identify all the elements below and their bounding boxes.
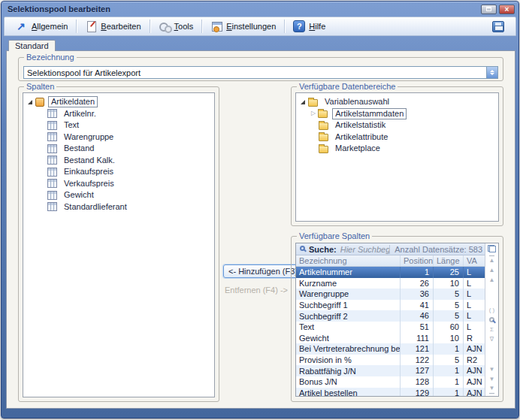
remove-button[interactable]: Entfernen (F4) -> (223, 286, 289, 295)
search-input[interactable]: Hier Suchbegriff einge (340, 245, 390, 254)
move-up-icon[interactable]: ▲ (489, 265, 495, 275)
tree-item-artikelstammdaten[interactable]: ▷Artikelstammdaten (301, 108, 498, 120)
cell-bezeichnung: Kurzname (296, 279, 400, 288)
sum-icon[interactable]: Σ (490, 325, 494, 334)
tree-item-label: Gewicht (62, 190, 96, 200)
table-row[interactable]: Suchbegriff 1415L (296, 300, 485, 311)
tree-item-label: Text (62, 120, 81, 130)
grid-search-bar[interactable]: Suche: Hier Suchbegriff einge Anzahl Dat… (296, 243, 485, 255)
settings-window-icon (210, 20, 222, 32)
tree-item-bestand-kalk-[interactable]: Bestand Kalk. (28, 155, 214, 167)
search-rows-icon[interactable] (489, 317, 494, 322)
toolbar-button-allgemein[interactable]: Allgemein (11, 18, 73, 35)
cell-position: 26 (400, 278, 433, 289)
tree-item-gewicht[interactable]: Gewicht (28, 189, 214, 201)
table-row[interactable]: Bonus J/N1281AJN (296, 376, 485, 388)
cell-va: AJN (463, 388, 485, 396)
tree-item-label: Bestand (62, 144, 96, 153)
strip-groups: ▲▲▲( )Σ∇▼▼▼ (485, 255, 498, 394)
filter-icon[interactable]: ∇ (490, 334, 494, 344)
tree-item-label: Artikelattribute (333, 132, 390, 142)
tab-page: Bezeichnung Selektionspool für Artikelex… (6, 50, 515, 409)
toolbar-button-bearbeiten[interactable]: Bearbeiten (80, 18, 146, 35)
toolbar-button-hilfe[interactable]: Hilfe (288, 18, 331, 35)
cell-position: 129 (400, 388, 433, 396)
table-row[interactable]: Warengruppe365L (296, 289, 485, 300)
title-bar[interactable]: Selektionspool bearbeiten × (2, 2, 518, 17)
tree-item-root[interactable]: Artikeldaten (28, 96, 214, 108)
tree-item-einkaufspreis[interactable]: Einkaufspreis (28, 166, 214, 178)
tree-item-text[interactable]: Text (28, 119, 214, 131)
cell-va: AJN (463, 376, 485, 388)
tree-item-variablenauswahl[interactable]: Variablenauswahl (301, 96, 498, 108)
cell-bezeichnung: Warengruppe (296, 289, 400, 298)
group-datenbereiche: Verfügbare Datenbereiche Variablenauswah… (291, 86, 503, 226)
scroll-top-icon[interactable]: ▲ (489, 255, 495, 265)
cell-laenge: 25 (433, 267, 463, 278)
table-row[interactable]: Artikel bestellen1291AJN (296, 388, 485, 396)
save-button[interactable] (487, 19, 509, 35)
table-row[interactable]: Suchbegriff 2465L (296, 310, 485, 322)
tree-item-label: Bestand Kalk. (62, 156, 117, 165)
cell-laenge: 5 (433, 300, 463, 311)
sort-up-icon[interactable]: ▲ (489, 275, 495, 285)
combobox-spinner-button[interactable] (486, 67, 497, 78)
bezeichnung-combobox-value: Selektionspool für Artikelexport (24, 68, 486, 77)
save-icon (492, 21, 504, 32)
scroll-bottom-icon[interactable]: ▼ (489, 384, 495, 394)
tree-item-verkaufspreis[interactable]: Verkaufspreis (28, 178, 214, 190)
tree-item-artikelattribute[interactable]: Artikelattribute (301, 131, 498, 144)
window-title: Selektionspool bearbeiten (8, 5, 110, 14)
cell-position: 128 (400, 376, 433, 388)
tree-item-standardlieferant[interactable]: Standardlieferant (28, 201, 214, 213)
cell-va: L (463, 289, 485, 300)
restore-button[interactable] (481, 5, 497, 14)
column-header-laenge[interactable]: Länge (433, 255, 463, 266)
cell-bezeichnung: Provision in % (296, 355, 400, 364)
cell-laenge: 60 (433, 322, 463, 333)
toolbar-button-tools[interactable]: Tools (153, 18, 199, 35)
gears-icon (159, 20, 171, 32)
tree-item-artikelstatistik[interactable]: Artikelstatistik (301, 119, 498, 131)
column-header-va[interactable]: VA (463, 255, 485, 266)
column-header-position[interactable]: Position (400, 255, 433, 266)
edit-note-icon (85, 20, 97, 32)
table-row[interactable]: Gewicht11110R (296, 333, 485, 344)
table-row[interactable]: Rabattfähig J/N1271AJN (296, 365, 485, 376)
expanded-marker-icon[interactable] (28, 100, 32, 104)
close-button[interactable]: × (499, 5, 515, 14)
table-row[interactable]: Provision in %1225R2 (296, 355, 485, 366)
tree-item-artikelnr-[interactable]: Artikelnr. (28, 108, 214, 120)
table-row[interactable]: Text5160L (296, 322, 485, 333)
column-header-bezeichnung[interactable]: Bezeichnung (296, 256, 400, 265)
tab-standard[interactable]: Standard (8, 40, 56, 51)
table-row[interactable]: Artikelnummer125L (296, 267, 485, 278)
group-bezeichnung: Bezeichnung Selektionspool für Artikelex… (18, 57, 503, 81)
tree-item-bestand[interactable]: Bestand (28, 143, 214, 155)
expanded-marker-icon[interactable] (301, 100, 305, 104)
column-chooser-icon[interactable] (488, 245, 496, 252)
search-label: Suche: (309, 245, 337, 254)
toolbar-button-einstellungen[interactable]: Einstellungen (205, 18, 281, 35)
column-icon (47, 191, 57, 200)
collapsed-marker-icon[interactable]: ▷ (311, 110, 316, 116)
dialog-window: Selektionspool bearbeiten × AllgemeinBea… (1, 1, 519, 418)
bezeichnung-combobox[interactable]: Selektionspool für Artikelexport (23, 66, 498, 79)
cell-position: 46 (400, 310, 433, 322)
tree-item-warengruppe[interactable]: Warengruppe (28, 131, 214, 144)
table-row[interactable]: Kurzname2610L (296, 278, 485, 289)
sort-down-icon[interactable]: ▼ (489, 374, 495, 384)
restore-icon (486, 7, 491, 11)
move-down-icon[interactable]: ▼ (489, 364, 495, 374)
cell-bezeichnung: Gewicht (296, 334, 400, 343)
table-row[interactable]: Bei Vertreterabrechnung berücksichtige12… (296, 343, 485, 355)
toolbar-separator (201, 20, 202, 33)
tree-item-marketplace[interactable]: Marketplace (301, 143, 498, 155)
tree-item-label: Einkaufspreis (62, 167, 116, 177)
toolbar-separator (76, 20, 77, 33)
cell-va: L (463, 310, 485, 322)
column-width-icon[interactable]: ( ) (489, 305, 495, 315)
cell-bezeichnung: Bonus J/N (296, 377, 400, 386)
tree-item-label: Artikelstammdaten (332, 108, 407, 119)
group-verfuegbare-spalten-label: Verfügbare Spalten (297, 231, 372, 240)
